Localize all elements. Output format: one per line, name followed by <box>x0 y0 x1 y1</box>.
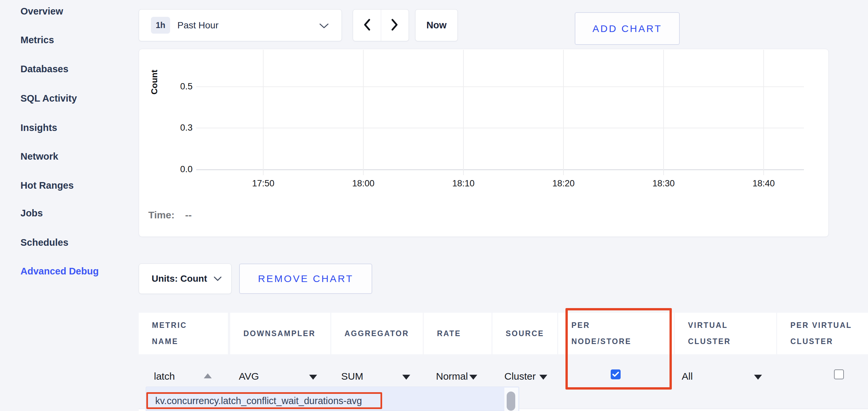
sidebar-item-sql-activity[interactable]: SQL Activity <box>21 93 77 104</box>
gridline-vertical <box>363 50 364 175</box>
column-header-rate: RATE <box>424 313 492 354</box>
aggregator-select[interactable]: SUM <box>341 371 363 382</box>
gridline-horizontal <box>196 128 804 128</box>
header-line: RATE <box>437 326 492 342</box>
time-range-badge: 1h <box>151 17 170 34</box>
header-line: VIRTUAL <box>688 317 776 334</box>
per-virtual-cluster-checkbox[interactable] <box>834 370 844 379</box>
chevron-down-icon[interactable] <box>402 375 410 380</box>
x-tick-label: 18:00 <box>337 178 390 189</box>
scrollbar-thumb[interactable] <box>507 391 515 411</box>
check-icon <box>612 372 619 377</box>
sidebar-item-advanced-debug[interactable]: Advanced Debug <box>21 266 99 277</box>
header-line: PER <box>571 317 674 334</box>
header-line: NODE/STORE <box>571 334 674 350</box>
header-line: SOURCE <box>506 326 557 342</box>
header-line: METRIC <box>152 317 228 334</box>
header-line: DOWNSAMPLER <box>243 326 330 342</box>
prev-time-button[interactable] <box>353 9 381 41</box>
time-range-picker[interactable]: 1h Past Hour <box>139 9 342 41</box>
sidebar-item-databases[interactable]: Databases <box>21 64 68 74</box>
column-header-per-virtual-cluster: PER VIRTUAL CLUSTER <box>777 313 868 354</box>
sidebar-item-schedules[interactable]: Schedules <box>21 237 68 248</box>
sidebar-item-network[interactable]: Network <box>21 151 58 162</box>
time-step-group <box>353 9 409 41</box>
metric-suggestion-item[interactable]: kv.concurrency.latch_conflict_wait_durat… <box>155 396 362 406</box>
chevron-down-icon <box>319 24 329 30</box>
remove-chart-button[interactable]: REMOVE CHART <box>239 264 372 294</box>
gridline-vertical <box>463 50 464 175</box>
header-line: AGGREGATOR <box>344 326 423 342</box>
chevron-down-icon[interactable] <box>539 375 547 380</box>
y-tick-label: 0.3 <box>156 123 192 133</box>
x-tick-label: 18:30 <box>637 178 690 189</box>
gridline-vertical <box>263 50 264 175</box>
gridline-vertical <box>663 50 664 175</box>
x-axis-line <box>196 169 804 170</box>
chevron-down-icon[interactable] <box>469 375 477 380</box>
chart-card: Count 0.5 0.3 0.0 17:50 18:00 18:10 18:2… <box>139 49 829 237</box>
now-button[interactable]: Now <box>415 9 458 41</box>
sidebar-item-insights[interactable]: Insights <box>21 123 57 133</box>
x-tick-label: 18:20 <box>537 178 590 189</box>
add-chart-button[interactable]: ADD CHART <box>575 12 680 45</box>
time-range-label: Past Hour <box>177 20 219 31</box>
units-select[interactable]: Units: Count <box>139 264 231 294</box>
x-tick-label: 18:40 <box>737 178 790 189</box>
header-line: PER VIRTUAL <box>790 317 868 334</box>
source-select[interactable]: Cluster <box>504 371 536 382</box>
chevron-left-icon <box>363 19 371 32</box>
column-header-virtual-cluster: VIRTUAL CLUSTER <box>675 313 776 354</box>
downsampler-select[interactable]: AVG <box>239 371 259 382</box>
column-header-downsampler: DOWNSAMPLER <box>230 313 330 354</box>
gridline-vertical <box>763 50 764 175</box>
y-tick-label: 0.0 <box>156 164 192 174</box>
dropdown-open-icon[interactable] <box>204 373 212 378</box>
sidebar-item-hot-ranges[interactable]: Hot Ranges <box>21 180 74 191</box>
next-time-button[interactable] <box>381 9 409 41</box>
chevron-down-icon <box>213 276 222 281</box>
column-header-per-node-store: PER NODE/STORE <box>558 313 674 354</box>
per-node-store-checkbox[interactable] <box>611 370 621 379</box>
chevron-down-icon[interactable] <box>309 375 317 380</box>
time-value: -- <box>185 209 192 220</box>
gridline-vertical <box>563 50 564 175</box>
x-tick-label: 17:50 <box>237 178 290 189</box>
chevron-down-icon[interactable] <box>754 375 762 380</box>
y-tick-label: 0.5 <box>156 81 192 92</box>
virtual-cluster-select[interactable]: All <box>682 371 693 382</box>
time-label: Time: <box>148 209 175 220</box>
sidebar-item-metrics[interactable]: Metrics <box>21 35 54 45</box>
sidebar-item-overview[interactable]: Overview <box>21 6 63 17</box>
column-header-aggregator: AGGREGATOR <box>331 313 423 354</box>
header-line: NAME <box>152 334 228 350</box>
header-line: CLUSTER <box>790 334 868 350</box>
rate-select[interactable]: Normal <box>436 371 468 382</box>
sidebar-item-jobs[interactable]: Jobs <box>21 208 43 219</box>
hover-time-readout: Time:-- <box>148 209 192 221</box>
units-select-label: Units: Count <box>152 273 207 284</box>
column-header-metric-name: METRIC NAME <box>139 313 228 354</box>
chevron-right-icon <box>391 19 399 32</box>
header-line: CLUSTER <box>688 334 776 350</box>
metric-name-input[interactable]: latch <box>154 371 175 382</box>
metric-suggestion-dropdown: kv.concurrency.latch_conflict_wait_durat… <box>146 386 519 411</box>
x-tick-label: 18:10 <box>437 178 490 189</box>
gridline-horizontal <box>196 87 804 87</box>
column-header-source: SOURCE <box>492 313 557 354</box>
